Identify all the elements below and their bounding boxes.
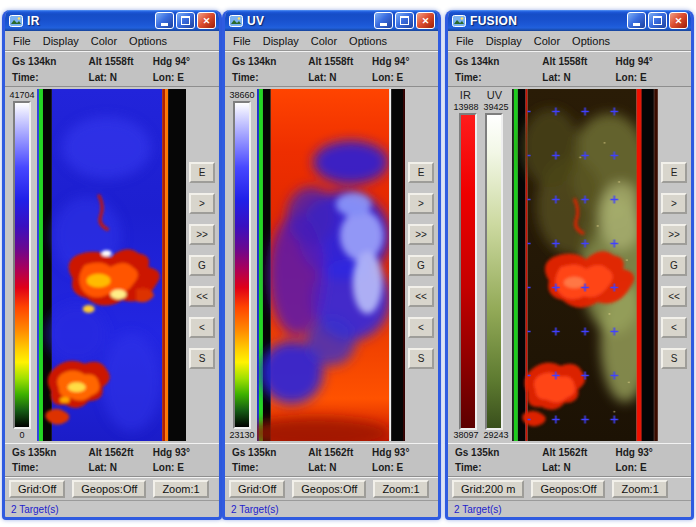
side-button-g[interactable]: G <box>661 255 687 276</box>
side-button-fast-right[interactable]: >> <box>189 224 215 245</box>
menu-options[interactable]: Options <box>125 34 175 48</box>
alt-readout: Alt 1562ft <box>542 447 615 458</box>
lon-readout: Lon: E <box>153 72 219 83</box>
menu-display[interactable]: Display <box>39 34 87 48</box>
side-button-s[interactable]: S <box>661 348 687 369</box>
bottom-info: Gs 135kn Alt 1562ft Hdg 93° Time: Lat: N… <box>448 443 691 477</box>
side-button-fast-right[interactable]: >> <box>408 224 434 245</box>
gs-readout: Gs 134kn <box>12 56 89 67</box>
side-button-column: E > >> G << < S <box>186 89 218 441</box>
grid-button[interactable]: Grid:200 m <box>452 480 524 498</box>
targets-status: 2 Target(s) <box>225 500 438 517</box>
side-button-g[interactable]: G <box>408 255 434 276</box>
app-icon[interactable] <box>229 14 243 28</box>
app-icon[interactable] <box>452 14 466 28</box>
close-button[interactable]: ✕ <box>669 12 688 29</box>
minimize-button[interactable] <box>627 12 646 29</box>
side-button-s[interactable]: S <box>189 348 215 369</box>
geopos-button[interactable]: Geopos:Off <box>72 480 146 498</box>
maximize-button[interactable] <box>648 12 667 29</box>
desktop: IR ✕ File Display Color Options Gs 134kn… <box>0 0 696 527</box>
lat-readout: Lat: N <box>89 462 153 473</box>
app-icon[interactable] <box>9 14 23 28</box>
menu-bar: File Display Color Options <box>225 31 438 51</box>
lat-readout: Lat: N <box>308 72 372 83</box>
uv-sensor-image[interactable] <box>257 89 405 441</box>
geopos-button[interactable]: Geopos:Off <box>292 480 366 498</box>
alt-readout: Alt 1558ft <box>542 56 615 67</box>
maximize-button[interactable] <box>176 12 195 29</box>
window-title: IR <box>27 14 151 28</box>
side-button-step-right[interactable]: > <box>189 193 215 214</box>
minimize-button[interactable] <box>374 12 393 29</box>
uv-scale-bar <box>233 101 251 429</box>
maximize-button[interactable] <box>395 12 414 29</box>
uv-color-scale: 38660 23130 <box>227 89 257 441</box>
menu-file[interactable]: File <box>452 34 482 48</box>
side-button-e[interactable]: E <box>661 162 687 183</box>
menu-display[interactable]: Display <box>259 34 307 48</box>
hdg-readout: Hdg 93° <box>153 447 219 458</box>
hdg-readout: Hdg 94° <box>372 56 438 67</box>
close-button[interactable]: ✕ <box>197 12 216 29</box>
gs-readout: Gs 135kn <box>455 447 542 458</box>
lat-readout: Lat: N <box>542 72 615 83</box>
zoom-button[interactable]: Zoom:1 <box>153 480 208 498</box>
zoom-button[interactable]: Zoom:1 <box>612 480 667 498</box>
menu-file[interactable]: File <box>9 34 39 48</box>
lat-readout: Lat: N <box>542 462 615 473</box>
side-button-e[interactable]: E <box>189 162 215 183</box>
titlebar[interactable]: UV ✕ <box>225 10 438 31</box>
side-button-fast-left[interactable]: << <box>189 286 215 307</box>
side-button-fast-left[interactable]: << <box>661 286 687 307</box>
gs-readout: Gs 134kn <box>455 56 542 67</box>
fusion-sensor-image[interactable] <box>512 89 658 441</box>
side-button-step-left[interactable]: < <box>661 317 687 338</box>
ir-scale-bar <box>13 101 31 429</box>
side-button-fast-left[interactable]: << <box>408 286 434 307</box>
grid-button[interactable]: Grid:Off <box>229 480 285 498</box>
uv-scale-min: 29243 <box>484 430 509 441</box>
fusion-uv-scale-bar <box>485 113 503 430</box>
side-button-step-right[interactable]: > <box>661 193 687 214</box>
side-button-step-right[interactable]: > <box>408 193 434 214</box>
menu-color[interactable]: Color <box>530 34 568 48</box>
side-button-step-left[interactable]: < <box>408 317 434 338</box>
grid-button[interactable]: Grid:Off <box>9 480 65 498</box>
gs-readout: Gs 134kn <box>232 56 308 67</box>
side-button-s[interactable]: S <box>408 348 434 369</box>
side-button-step-left[interactable]: < <box>189 317 215 338</box>
titlebar[interactable]: FUSION ✕ <box>448 10 691 31</box>
menu-options[interactable]: Options <box>568 34 618 48</box>
menu-color[interactable]: Color <box>87 34 125 48</box>
menu-options[interactable]: Options <box>345 34 395 48</box>
scale-max-value: 41704 <box>9 89 34 101</box>
side-button-fast-right[interactable]: >> <box>661 224 687 245</box>
close-button[interactable]: ✕ <box>416 12 435 29</box>
minimize-button[interactable] <box>155 12 174 29</box>
hdg-readout: Hdg 94° <box>153 56 219 67</box>
hdg-readout: Hdg 93° <box>372 447 438 458</box>
gs-readout: Gs 135kn <box>232 447 308 458</box>
fusion-ir-scale-bar <box>459 113 477 430</box>
geopos-button[interactable]: Geopos:Off <box>531 480 605 498</box>
menu-color[interactable]: Color <box>307 34 345 48</box>
ir-scale-min: 38097 <box>453 430 478 441</box>
side-button-g[interactable]: G <box>189 255 215 276</box>
titlebar[interactable]: IR ✕ <box>5 10 219 31</box>
menu-file[interactable]: File <box>229 34 259 48</box>
scale-min-value: 23130 <box>229 429 254 441</box>
lon-readout: Lon: E <box>372 72 438 83</box>
zoom-button[interactable]: Zoom:1 <box>373 480 428 498</box>
window-ir: IR ✕ File Display Color Options Gs 134kn… <box>2 10 222 520</box>
ir-color-scale: 41704 0 <box>7 89 37 441</box>
menu-display[interactable]: Display <box>482 34 530 48</box>
ir-sensor-image[interactable] <box>37 89 186 441</box>
alt-readout: Alt 1558ft <box>308 56 372 67</box>
time-readout: Time: <box>455 462 542 473</box>
time-readout: Time: <box>232 462 308 473</box>
time-readout: Time: <box>455 72 542 83</box>
side-button-e[interactable]: E <box>408 162 434 183</box>
lat-readout: Lat: N <box>89 72 153 83</box>
window-title: FUSION <box>470 14 623 28</box>
